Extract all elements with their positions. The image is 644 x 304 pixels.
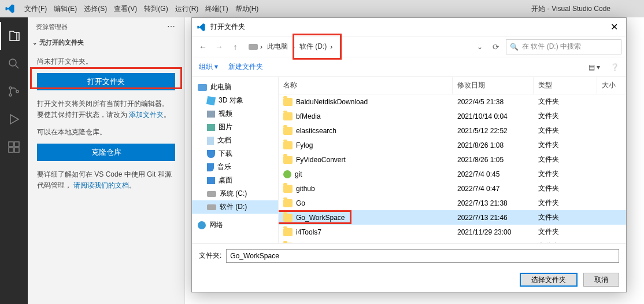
search-icon[interactable]: [0, 50, 28, 78]
up-icon[interactable]: ↑: [229, 41, 242, 53]
folder-label: 文件夹:: [199, 251, 221, 261]
row-type: 文件夹: [534, 168, 597, 180]
more-icon[interactable]: ⋯: [167, 22, 176, 31]
activity-bar: [0, 17, 28, 304]
tree-item[interactable]: 下载: [192, 147, 278, 160]
table-row[interactable]: Go_WorkSpace2022/7/13 21:46文件夹: [279, 210, 626, 225]
tree-item-label: 此电脑: [210, 82, 231, 92]
tree-item[interactable]: 3D 对象: [192, 94, 278, 107]
table-row[interactable]: bfMedia2021/10/14 0:04文件夹: [279, 109, 626, 123]
row-date: 2022/4/5 21:38: [453, 97, 534, 107]
menu-item[interactable]: 转到(G): [140, 2, 171, 15]
musico-icon: [207, 163, 214, 171]
menu-item[interactable]: 编辑(E): [50, 2, 80, 15]
row-name: Fylog: [296, 141, 313, 149]
tree-item-label: 下载: [219, 149, 232, 159]
tree-item[interactable]: 音乐: [192, 160, 278, 174]
row-type: 文件夹: [534, 211, 597, 224]
back-icon[interactable]: ←: [197, 41, 209, 53]
col-name[interactable]: 名称: [279, 77, 453, 94]
tree-item[interactable]: 系统 (C:): [192, 187, 278, 200]
add-folder-link[interactable]: 添加文件夹: [129, 111, 164, 119]
read-docs-link[interactable]: 请阅读我们的文档: [73, 181, 129, 189]
row-name: elasticsearch: [296, 127, 336, 135]
menu-item[interactable]: 帮助(H): [232, 2, 262, 15]
list-header: 名称 修改日期 类型 大小: [279, 77, 626, 94]
menu-item[interactable]: 查看(V): [110, 2, 140, 15]
tree-item[interactable]: 网络: [192, 218, 278, 232]
row-size: [597, 144, 626, 146]
row-size: [597, 202, 626, 204]
row-size: [597, 173, 626, 175]
menu-item[interactable]: 运行(R): [172, 2, 202, 15]
table-row[interactable]: i4Tools72021/11/29 23:00文件夹: [279, 225, 626, 239]
table-row[interactable]: Go2022/7/13 21:38文件夹: [279, 196, 626, 210]
table-row[interactable]: Fylog2021/8/26 1:08文件夹: [279, 138, 626, 152]
close-icon[interactable]: ✕: [607, 21, 621, 32]
tree-item-label: 软件 (D:): [220, 202, 247, 212]
search-input[interactable]: 🔍 在 软件 (D:) 中搜索: [506, 39, 621, 54]
tree-item[interactable]: 文档: [192, 134, 278, 147]
breadcrumb[interactable]: › 此电脑 › 软件 (D:) › ⌄: [245, 39, 486, 54]
disk-icon: [207, 204, 216, 210]
col-date[interactable]: 修改日期: [453, 77, 534, 94]
folder-icon: [283, 127, 293, 135]
row-size: [597, 231, 626, 233]
extensions-icon[interactable]: [0, 133, 28, 161]
pcico-icon: [198, 84, 207, 91]
file-list: BaiduNetdiskDownload2022/4/5 21:38文件夹bfM…: [279, 94, 626, 243]
netico-icon: [198, 221, 206, 229]
row-type: 文件夹: [534, 153, 597, 166]
table-row[interactable]: git2022/7/4 0:45文件夹: [279, 167, 626, 181]
row-date: 2021/11/29 23:00: [453, 227, 534, 237]
row-name: git: [295, 170, 302, 178]
col-type[interactable]: 类型: [534, 77, 597, 94]
refresh-icon[interactable]: ⟳: [490, 41, 502, 53]
table-row[interactable]: github2022/7/4 0:47文件夹: [279, 181, 626, 196]
row-name: Go_WorkSpace: [296, 214, 345, 222]
new-folder-button[interactable]: 新建文件夹: [228, 62, 263, 72]
folder-icon: [283, 243, 293, 244]
source-control-icon[interactable]: [0, 78, 28, 105]
organize-menu[interactable]: 组织 ▾: [199, 62, 218, 72]
row-date: 2021/5/12 22:52: [453, 126, 534, 136]
row-type: 文件夹: [534, 226, 597, 238]
open-folder-button[interactable]: 打开文件夹: [37, 73, 175, 90]
crumb-pc[interactable]: 此电脑: [265, 42, 290, 52]
tree-item[interactable]: 图片: [192, 120, 278, 134]
row-size: [597, 115, 626, 118]
help-icon[interactable]: ❔: [610, 63, 619, 71]
table-row[interactable]: BaiduNetdiskDownload2022/4/5 21:38文件夹: [279, 94, 626, 109]
tree-item[interactable]: 桌面: [192, 174, 278, 187]
view-icon[interactable]: ▤ ▾: [589, 63, 600, 71]
sidebar-section[interactable]: ⌄ 无打开的文件夹: [28, 36, 184, 49]
menu-item[interactable]: 文件(F): [21, 2, 50, 15]
table-row[interactable]: elasticsearch2021/5/12 22:52文件夹: [279, 123, 626, 138]
tree-item[interactable]: 视频: [192, 107, 278, 120]
folder-input[interactable]: [226, 249, 619, 263]
row-name: github: [296, 185, 315, 193]
table-row[interactable]: install_files2021/7/17 1:07文件夹: [279, 239, 626, 243]
menu-item[interactable]: 终端(T): [202, 2, 231, 15]
table-row[interactable]: FyVideoConvert2021/8/26 1:05文件夹: [279, 152, 626, 167]
tree-item[interactable]: 软件 (D:): [192, 200, 278, 214]
folder-icon: [283, 199, 293, 207]
menu-item[interactable]: 选择(S): [80, 2, 110, 15]
row-name: FyVideoConvert: [296, 156, 346, 164]
dialog-title: 打开文件夹: [210, 22, 245, 32]
select-folder-button[interactable]: 选择文件夹: [520, 273, 578, 287]
tree-item[interactable]: 此电脑: [192, 80, 278, 94]
docico-icon: [207, 137, 214, 145]
cancel-button[interactable]: 取消: [583, 273, 619, 287]
col-size[interactable]: 大小: [597, 77, 626, 94]
tree-item-label: 桌面: [219, 175, 232, 185]
run-debug-icon[interactable]: [0, 105, 28, 133]
row-name: Go: [296, 199, 305, 207]
search-placeholder: 在 软件 (D:) 中搜索: [522, 42, 581, 52]
explorer-icon[interactable]: [0, 22, 28, 50]
chevron-down-icon[interactable]: ⌄: [477, 43, 483, 51]
clone-repo-button[interactable]: 克隆仓库: [37, 144, 175, 161]
row-size: [597, 217, 626, 219]
crumb-drive[interactable]: 软件 (D:) ›: [297, 42, 335, 52]
forward-icon[interactable]: →: [213, 41, 225, 53]
